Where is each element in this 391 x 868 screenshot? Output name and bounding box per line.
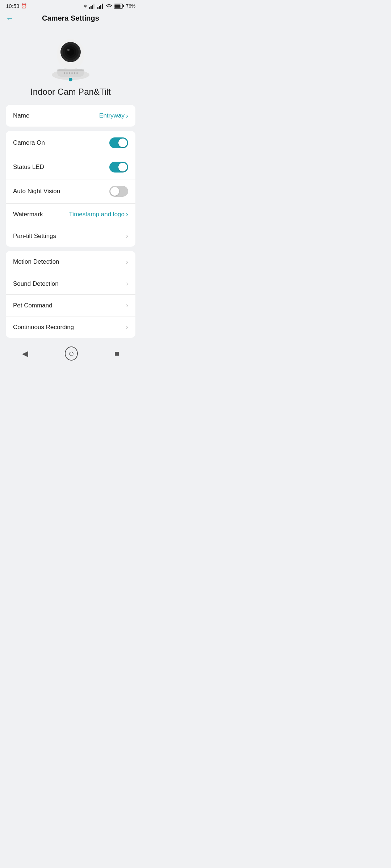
camera-model-name: Indoor Cam Pan&Tilt (30, 87, 111, 97)
svg-rect-0 (89, 7, 90, 9)
svg-point-25 (71, 72, 73, 74)
status-bar: 10:53 ⏰ ∗ 76% (0, 0, 141, 10)
svg-rect-6 (100, 5, 101, 9)
name-label: Name (13, 112, 29, 119)
auto-night-vision-toggle[interactable] (109, 186, 128, 197)
svg-point-23 (66, 72, 68, 74)
motion-detection-chevron-icon: › (126, 258, 128, 266)
svg-rect-7 (102, 4, 103, 9)
camera-image (47, 33, 94, 84)
motion-detection-row[interactable]: Motion Detection › (6, 251, 135, 273)
nav-home-button[interactable]: ○ (65, 346, 78, 361)
camera-on-row: Camera On (6, 131, 135, 155)
pet-command-chevron-icon: › (126, 302, 128, 309)
sound-detection-label: Sound Detection (13, 280, 59, 288)
sound-detection-row[interactable]: Sound Detection › (6, 273, 135, 294)
page-header: ← Camera Settings (0, 10, 141, 26)
svg-point-13 (69, 78, 72, 81)
battery-percentage: 76% (126, 3, 135, 9)
svg-rect-21 (57, 69, 84, 71)
camera-on-label: Camera On (13, 139, 45, 146)
pan-tilt-row[interactable]: Pan-tilt Settings › (6, 225, 135, 247)
continuous-recording-chevron-icon: › (126, 323, 128, 331)
watermark-label: Watermark (13, 211, 43, 218)
signal-icon-1 (89, 4, 96, 9)
nav-recent-button[interactable]: ■ (107, 347, 126, 361)
svg-rect-3 (93, 4, 94, 9)
status-led-label: Status LED (13, 163, 44, 171)
name-row[interactable]: Name Entryway › (6, 105, 135, 127)
watermark-row[interactable]: Watermark Timestamp and logo › (6, 203, 135, 225)
svg-rect-9 (123, 5, 124, 7)
name-chevron-icon: › (126, 112, 128, 120)
alarm-icon: ⏰ (21, 3, 27, 9)
svg-point-22 (64, 72, 65, 74)
motion-detection-label: Motion Detection (13, 258, 59, 265)
pet-command-row[interactable]: Pet Command › (6, 294, 135, 316)
bluetooth-icon: ∗ (83, 3, 87, 9)
continuous-recording-label: Continuous Recording (13, 324, 74, 331)
status-icons: ∗ 76% (83, 3, 135, 9)
name-card: Name Entryway › (6, 105, 135, 127)
svg-rect-5 (99, 6, 100, 9)
svg-rect-2 (92, 5, 93, 9)
camera-image-section: Indoor Cam Pan&Tilt (0, 26, 141, 101)
wifi-icon (106, 4, 112, 9)
sound-detection-chevron-icon: › (126, 280, 128, 288)
name-value-text: Entryway (99, 112, 125, 119)
watermark-chevron-icon: › (126, 210, 128, 218)
watermark-value[interactable]: Timestamp and logo › (69, 210, 128, 218)
name-value[interactable]: Entryway › (99, 112, 128, 120)
svg-rect-10 (114, 4, 120, 8)
detection-card: Motion Detection › Sound Detection › Pet… (6, 251, 135, 338)
svg-rect-4 (97, 7, 98, 9)
svg-point-24 (69, 72, 70, 74)
auto-night-vision-row: Auto Night Vision (6, 179, 135, 203)
status-led-toggle[interactable] (109, 162, 128, 173)
battery-icon (114, 4, 124, 9)
nav-bar: ◀ ○ ■ (0, 342, 141, 366)
auto-night-vision-thumb (110, 187, 119, 196)
watermark-value-text: Timestamp and logo (69, 211, 125, 218)
svg-rect-1 (91, 6, 92, 9)
settings-card: Camera On Status LED Auto Night Vision W… (6, 131, 135, 247)
pan-tilt-label: Pan-tilt Settings (13, 233, 56, 240)
nav-back-button[interactable]: ◀ (15, 347, 35, 361)
status-led-thumb (118, 163, 127, 171)
pet-command-label: Pet Command (13, 302, 52, 309)
status-time: 10:53 ⏰ (6, 3, 27, 9)
pan-tilt-chevron-icon: › (126, 232, 128, 240)
page-title: Camera Settings (42, 14, 99, 22)
continuous-recording-row[interactable]: Continuous Recording › (6, 316, 135, 338)
auto-night-vision-label: Auto Night Vision (13, 188, 60, 195)
back-button[interactable]: ← (6, 14, 14, 23)
svg-point-26 (74, 72, 75, 74)
status-led-row: Status LED (6, 155, 135, 179)
svg-point-27 (76, 72, 78, 74)
camera-on-thumb (118, 139, 127, 147)
svg-point-20 (67, 49, 70, 51)
time-display: 10:53 (6, 3, 20, 9)
signal-icon-2 (97, 4, 104, 9)
camera-on-toggle[interactable] (109, 137, 128, 148)
